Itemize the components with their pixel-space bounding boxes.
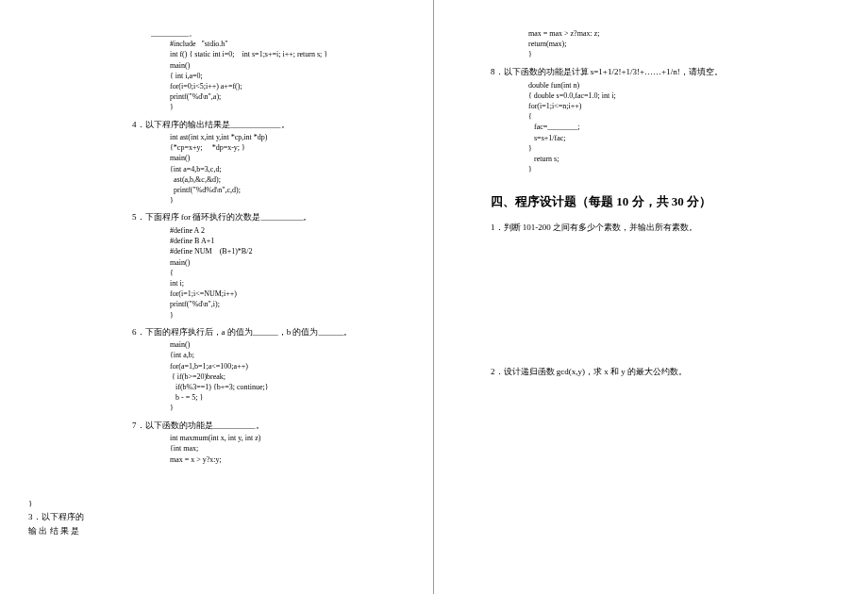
code7b-1: return(max); <box>491 39 830 49</box>
code4-5: printf("%d%d\n",c,d); <box>132 185 414 195</box>
code5-4: { <box>132 268 414 278</box>
code6-6: } <box>132 403 414 413</box>
code7b-0: max = max > z?max: z; <box>491 28 830 39</box>
code3-5: printf("%d\n",a); <box>132 91 414 102</box>
code8-4: fac=________; <box>491 122 830 132</box>
code3-0: #include "stdio.h" <box>132 39 414 49</box>
side-note-brace: } <box>28 497 94 510</box>
code3-1: int f() { static int i=0; int s=1;s+=i; … <box>132 49 414 59</box>
code5-7: printf("%d\n",i); <box>132 299 414 309</box>
side-note-q3-line2: 输 出 结 果 是 <box>28 524 94 537</box>
right-column: max = max > z?max: z; return(max); } 8．以… <box>434 0 868 594</box>
code8-8: } <box>491 164 830 174</box>
code6-2: for(a=1,b=1;a<=100;a++) <box>132 361 414 371</box>
code8-1: { double s=0.0,fac=1.0; int i; <box>491 91 830 101</box>
code8-2: for(i=1;i<=n;i++) <box>491 101 830 111</box>
code5-5: int i; <box>132 278 414 289</box>
code7-0: int maxmum(int x, int y, int z) <box>132 433 414 443</box>
code3-2: main() <box>132 60 414 71</box>
code4-0: int ast(int x,int y,int *cp,int *dp) <box>132 132 414 142</box>
code8-3: { <box>491 111 830 122</box>
code6-1: {int a,b; <box>132 350 414 360</box>
code3-3: { int i,a=0; <box>132 71 414 81</box>
code5-3: main() <box>132 257 414 268</box>
code4-6: } <box>132 195 414 206</box>
left-content: __________。 #include "stdio.h" int f() {… <box>75 28 414 465</box>
code6-3: { if(b>=20)break; <box>132 371 414 382</box>
code7b-2: } <box>491 49 830 59</box>
code4-3: {int a=4,b=3,c,d; <box>132 164 414 174</box>
code5-6: for(i=1;i<=NUM;i++) <box>132 289 414 299</box>
code4-1: {*cp=x+y; *dp=x-y; } <box>132 142 414 153</box>
code3-4: for(i=0;i<5;i++) a+=f(); <box>132 81 414 91</box>
q8-text: 8．以下函数的功能是计算 s=1+1/2!+1/3!+……+1/n!，请填空。 <box>491 66 830 78</box>
code4-2: main() <box>132 153 414 163</box>
code5-1: #define B A+1 <box>132 236 414 246</box>
q4-1: 1．判断 101-200 之间有多少个素数，并输出所有素数。 <box>491 222 830 234</box>
code4-4: ast(a,b,&c,&d); <box>132 174 414 185</box>
code6-5: b - = 5; } <box>132 392 414 403</box>
code7-2: max = x > y?x:y; <box>132 454 414 465</box>
code8-7: return s; <box>491 154 830 164</box>
q7-text: 7．以下函数的功能是__________。 <box>132 420 414 432</box>
code7-1: {int max; <box>132 443 414 454</box>
q4-2: 2．设计递归函数 gcd(x,y)，求 x 和 y 的最大公约数。 <box>491 366 830 378</box>
section4-title: 四、程序设计题（每题 10 分，共 30 分） <box>491 193 830 210</box>
q5-text: 5．下面程序 for 循环执行的次数是__________。 <box>132 211 414 223</box>
code6-4: if(b%3==1) {b+=3; continue;} <box>132 382 414 392</box>
code5-8: } <box>132 310 414 321</box>
top-blank: __________。 <box>132 28 414 39</box>
code6-0: main() <box>132 339 414 350</box>
code8-6: } <box>491 143 830 154</box>
side-note-q3-line1: 3．以下程序的 <box>28 510 94 523</box>
q6-text: 6．下面的程序执行后，a 的值为______，b 的值为______。 <box>132 326 414 338</box>
code3-6: } <box>132 102 414 112</box>
left-column: } 3．以下程序的 输 出 结 果 是 __________。 #include… <box>0 0 434 594</box>
code8-0: double fun(int n) <box>491 80 830 91</box>
q4-text: 4．以下程序的输出结果是____________。 <box>132 119 414 131</box>
code5-2: #define NUM (B+1)*B/2 <box>132 246 414 256</box>
side-note: } 3．以下程序的 输 出 结 果 是 <box>28 497 94 537</box>
code5-0: #define A 2 <box>132 225 414 236</box>
code8-5: s=s+1/fac; <box>491 133 830 143</box>
